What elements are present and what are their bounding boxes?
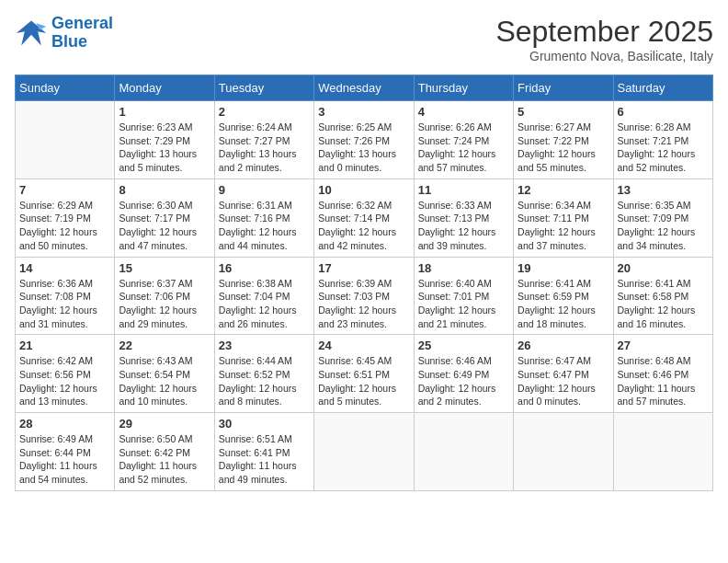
day-info: Sunrise: 6:34 AM Sunset: 7:11 PM Dayligh… xyxy=(518,199,609,253)
day-number: 19 xyxy=(518,261,609,275)
day-info: Sunrise: 6:50 AM Sunset: 6:42 PM Dayligh… xyxy=(119,432,210,487)
month-title: September 2025 xyxy=(495,15,713,49)
calendar-cell xyxy=(314,413,414,491)
day-info: Sunrise: 6:41 AM Sunset: 6:58 PM Dayligh… xyxy=(618,277,709,331)
calendar-body: 1Sunrise: 6:23 AM Sunset: 7:29 PM Daylig… xyxy=(16,101,713,491)
day-number: 12 xyxy=(518,183,609,197)
day-info: Sunrise: 6:47 AM Sunset: 6:47 PM Dayligh… xyxy=(518,354,609,408)
day-info: Sunrise: 6:44 AM Sunset: 6:52 PM Dayligh… xyxy=(219,354,310,408)
day-info: Sunrise: 6:45 AM Sunset: 6:51 PM Dayligh… xyxy=(318,354,409,408)
day-number: 13 xyxy=(618,183,709,197)
calendar-cell: 23Sunrise: 6:44 AM Sunset: 6:52 PM Dayli… xyxy=(214,335,313,413)
day-info: Sunrise: 6:51 AM Sunset: 6:41 PM Dayligh… xyxy=(219,432,310,487)
day-info: Sunrise: 6:40 AM Sunset: 7:01 PM Dayligh… xyxy=(418,277,509,331)
day-info: Sunrise: 6:30 AM Sunset: 7:17 PM Dayligh… xyxy=(119,199,210,253)
day-info: Sunrise: 6:27 AM Sunset: 7:22 PM Dayligh… xyxy=(518,121,609,175)
calendar-week-4: 21Sunrise: 6:42 AM Sunset: 6:56 PM Dayli… xyxy=(16,335,713,413)
day-info: Sunrise: 6:49 AM Sunset: 6:44 PM Dayligh… xyxy=(19,432,110,487)
day-number: 3 xyxy=(318,105,409,119)
day-info: Sunrise: 6:43 AM Sunset: 6:54 PM Dayligh… xyxy=(119,354,210,408)
day-number: 9 xyxy=(219,183,310,197)
day-number: 18 xyxy=(418,261,509,275)
day-number: 25 xyxy=(418,339,509,352)
day-info: Sunrise: 6:23 AM Sunset: 7:29 PM Dayligh… xyxy=(119,121,210,175)
calendar-header-row: SundayMondayTuesdayWednesdayThursdayFrid… xyxy=(16,75,713,101)
logo: General Blue xyxy=(15,15,113,52)
day-number: 29 xyxy=(119,417,210,431)
calendar-cell xyxy=(514,413,613,491)
day-info: Sunrise: 6:38 AM Sunset: 7:04 PM Dayligh… xyxy=(219,277,310,331)
calendar-cell: 28Sunrise: 6:49 AM Sunset: 6:44 PM Dayli… xyxy=(16,413,115,491)
column-header-saturday: Saturday xyxy=(613,75,712,101)
calendar-cell xyxy=(414,413,513,491)
day-info: Sunrise: 6:37 AM Sunset: 7:06 PM Dayligh… xyxy=(119,277,210,331)
day-info: Sunrise: 6:42 AM Sunset: 6:56 PM Dayligh… xyxy=(19,354,110,408)
day-number: 28 xyxy=(19,417,110,431)
day-number: 15 xyxy=(119,261,210,275)
column-header-monday: Monday xyxy=(115,75,214,101)
column-header-tuesday: Tuesday xyxy=(214,75,313,101)
day-number: 6 xyxy=(618,105,709,119)
calendar-cell xyxy=(613,413,712,491)
day-info: Sunrise: 6:36 AM Sunset: 7:08 PM Dayligh… xyxy=(19,277,110,331)
day-info: Sunrise: 6:41 AM Sunset: 6:59 PM Dayligh… xyxy=(518,277,609,331)
day-info: Sunrise: 6:31 AM Sunset: 7:16 PM Dayligh… xyxy=(219,199,310,253)
column-header-wednesday: Wednesday xyxy=(314,75,414,101)
day-number: 14 xyxy=(19,261,110,275)
day-info: Sunrise: 6:46 AM Sunset: 6:49 PM Dayligh… xyxy=(418,354,509,408)
calendar-week-5: 28Sunrise: 6:49 AM Sunset: 6:44 PM Dayli… xyxy=(16,413,713,491)
calendar-cell: 19Sunrise: 6:41 AM Sunset: 6:59 PM Dayli… xyxy=(514,257,613,335)
day-number: 2 xyxy=(219,105,310,119)
calendar-week-1: 1Sunrise: 6:23 AM Sunset: 7:29 PM Daylig… xyxy=(16,101,713,179)
calendar-cell: 26Sunrise: 6:47 AM Sunset: 6:47 PM Dayli… xyxy=(514,335,613,413)
day-number: 4 xyxy=(418,105,509,119)
day-number: 21 xyxy=(19,339,110,352)
day-number: 8 xyxy=(119,183,210,197)
day-info: Sunrise: 6:24 AM Sunset: 7:27 PM Dayligh… xyxy=(219,121,310,175)
day-number: 30 xyxy=(219,417,310,431)
column-header-sunday: Sunday xyxy=(16,75,115,101)
day-info: Sunrise: 6:25 AM Sunset: 7:26 PM Dayligh… xyxy=(318,121,409,175)
day-info: Sunrise: 6:32 AM Sunset: 7:14 PM Dayligh… xyxy=(318,199,409,253)
calendar-cell: 16Sunrise: 6:38 AM Sunset: 7:04 PM Dayli… xyxy=(214,257,313,335)
calendar-cell: 1Sunrise: 6:23 AM Sunset: 7:29 PM Daylig… xyxy=(115,101,214,179)
logo-line1: General xyxy=(51,14,113,32)
calendar-cell: 17Sunrise: 6:39 AM Sunset: 7:03 PM Dayli… xyxy=(314,257,414,335)
day-info: Sunrise: 6:28 AM Sunset: 7:21 PM Dayligh… xyxy=(618,121,709,175)
day-info: Sunrise: 6:33 AM Sunset: 7:13 PM Dayligh… xyxy=(418,199,509,253)
calendar-cell: 10Sunrise: 6:32 AM Sunset: 7:14 PM Dayli… xyxy=(314,178,414,257)
column-header-friday: Friday xyxy=(514,75,613,101)
logo-icon xyxy=(15,17,48,50)
calendar-table: SundayMondayTuesdayWednesdayThursdayFrid… xyxy=(15,75,713,491)
calendar-cell: 29Sunrise: 6:50 AM Sunset: 6:42 PM Dayli… xyxy=(115,413,214,491)
day-number: 16 xyxy=(219,261,310,275)
day-number: 20 xyxy=(618,261,709,275)
calendar-cell: 11Sunrise: 6:33 AM Sunset: 7:13 PM Dayli… xyxy=(414,178,513,257)
day-number: 7 xyxy=(19,183,110,197)
calendar-cell: 7Sunrise: 6:29 AM Sunset: 7:19 PM Daylig… xyxy=(16,178,115,257)
calendar-cell: 15Sunrise: 6:37 AM Sunset: 7:06 PM Dayli… xyxy=(115,257,214,335)
day-number: 22 xyxy=(119,339,210,352)
calendar-cell: 8Sunrise: 6:30 AM Sunset: 7:17 PM Daylig… xyxy=(115,178,214,257)
calendar-cell: 24Sunrise: 6:45 AM Sunset: 6:51 PM Dayli… xyxy=(314,335,414,413)
day-number: 1 xyxy=(119,105,210,119)
day-info: Sunrise: 6:26 AM Sunset: 7:24 PM Dayligh… xyxy=(418,121,509,175)
calendar-cell: 27Sunrise: 6:48 AM Sunset: 6:46 PM Dayli… xyxy=(613,335,712,413)
calendar-cell: 6Sunrise: 6:28 AM Sunset: 7:21 PM Daylig… xyxy=(613,101,712,179)
day-info: Sunrise: 6:29 AM Sunset: 7:19 PM Dayligh… xyxy=(19,199,110,253)
calendar-cell: 3Sunrise: 6:25 AM Sunset: 7:26 PM Daylig… xyxy=(314,101,414,179)
calendar-cell: 22Sunrise: 6:43 AM Sunset: 6:54 PM Dayli… xyxy=(115,335,214,413)
day-number: 24 xyxy=(318,339,409,352)
calendar-cell: 4Sunrise: 6:26 AM Sunset: 7:24 PM Daylig… xyxy=(414,101,513,179)
calendar-cell: 9Sunrise: 6:31 AM Sunset: 7:16 PM Daylig… xyxy=(214,178,313,257)
svg-marker-0 xyxy=(17,20,46,45)
calendar-cell: 20Sunrise: 6:41 AM Sunset: 6:58 PM Dayli… xyxy=(613,257,712,335)
calendar-cell: 14Sunrise: 6:36 AM Sunset: 7:08 PM Dayli… xyxy=(16,257,115,335)
day-number: 10 xyxy=(318,183,409,197)
day-info: Sunrise: 6:39 AM Sunset: 7:03 PM Dayligh… xyxy=(318,277,409,331)
calendar-cell xyxy=(16,101,115,179)
calendar-cell: 5Sunrise: 6:27 AM Sunset: 7:22 PM Daylig… xyxy=(514,101,613,179)
day-info: Sunrise: 6:48 AM Sunset: 6:46 PM Dayligh… xyxy=(618,354,709,408)
day-number: 23 xyxy=(219,339,310,352)
day-number: 26 xyxy=(518,339,609,352)
